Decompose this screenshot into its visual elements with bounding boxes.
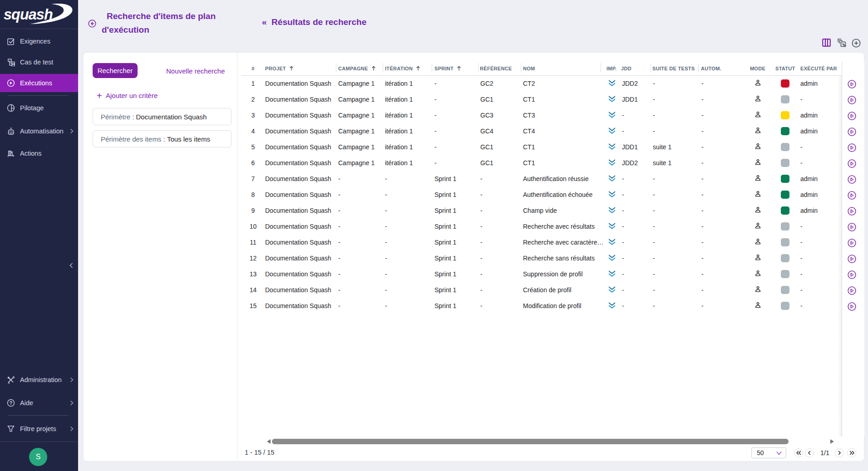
- svg-text:squash: squash: [4, 6, 53, 23]
- svg-text:?: ?: [10, 400, 12, 406]
